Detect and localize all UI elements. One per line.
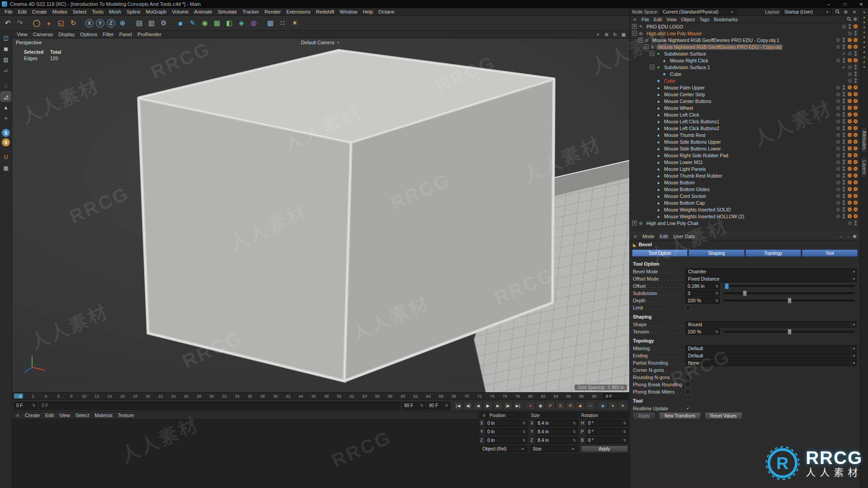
maximize-button[interactable]: □: [838, 0, 852, 8]
render-settings-icon[interactable]: ⚙: [158, 17, 170, 29]
search-icon[interactable]: [834, 9, 840, 15]
object-name[interactable]: Mouse Weights Inserted HOLLOW (2): [663, 214, 745, 219]
texture-tag-icon[interactable]: [853, 173, 858, 178]
object-name[interactable]: Mouse Thumb Rest Rubber: [663, 173, 724, 178]
object-name[interactable]: High and Low Poly Chair: [645, 221, 700, 226]
texture-tag-icon[interactable]: [853, 166, 858, 171]
bookmark-triangle-icon[interactable]: ▲: [863, 40, 866, 43]
layer-toggle[interactable]: [848, 72, 852, 76]
texture-tag-icon[interactable]: [853, 99, 858, 103]
object-row[interactable]: ▲Mouse Left Click: [630, 111, 860, 118]
section-title-topology[interactable]: Topology: [633, 338, 857, 343]
object-name[interactable]: Mouse Left Click Buttons2: [663, 126, 721, 131]
layer-toggle[interactable]: [836, 207, 840, 212]
visibility-dots[interactable]: [843, 214, 845, 219]
am-menu-icon[interactable]: ≡: [632, 234, 639, 239]
visibility-dots[interactable]: [843, 180, 845, 185]
coord-menu-icon[interactable]: ≡: [481, 413, 488, 418]
object-row[interactable]: ▲Mouse Light Panels: [630, 165, 860, 172]
texture-tag-icon[interactable]: [853, 105, 858, 110]
enabled-check-icon[interactable]: ✓: [842, 52, 845, 56]
attr-field-offset[interactable]: 0.186 in⇅: [685, 283, 720, 289]
layer-toggle[interactable]: [836, 146, 840, 151]
bookmark-triangle-icon[interactable]: ▲: [863, 50, 866, 53]
visibility-dots[interactable]: [854, 51, 857, 56]
texture-tag-icon[interactable]: [853, 112, 858, 117]
layer-toggle[interactable]: [836, 58, 840, 63]
object-name[interactable]: Mouse Cord Socket: [663, 193, 707, 199]
texture-tag-icon[interactable]: [853, 44, 858, 49]
om-menu-item-view[interactable]: View: [664, 17, 679, 22]
object-row[interactable]: ▲Mouse Bottom Cap: [630, 199, 860, 206]
object-name[interactable]: Subdivision Surface.1: [663, 65, 712, 70]
record-scale-button[interactable]: S: [556, 401, 565, 410]
visibility-dots[interactable]: [843, 146, 845, 151]
axis-x-lock[interactable]: X: [85, 19, 94, 28]
object-name[interactable]: Mouse Bottom Glides: [663, 187, 711, 192]
layer-toggle[interactable]: [836, 174, 840, 178]
texture-tag-icon[interactable]: [847, 92, 852, 97]
expand-toggle-icon[interactable]: +: [632, 221, 637, 225]
panel-tab-attributes[interactable]: Attributes: [861, 127, 868, 153]
minimize-button[interactable]: –: [822, 0, 835, 8]
object-row[interactable]: ▲Mouse Weights Inserted SOLID: [630, 206, 860, 213]
texture-tag-icon[interactable]: [847, 119, 852, 124]
attr-dropdown-offset-mode[interactable]: Fixed Distance▾: [685, 276, 857, 282]
workplane-snap-icon[interactable]: ▦: [1, 163, 11, 173]
attr-dropdown-mitering[interactable]: Default▾: [685, 345, 857, 352]
spinner-icon[interactable]: ⇅: [715, 284, 718, 288]
record-keyframe-button[interactable]: ●: [526, 401, 535, 410]
spinner-icon[interactable]: ⇅: [715, 330, 718, 334]
menu-item-file[interactable]: File: [2, 9, 15, 14]
menu-item-redshift[interactable]: Redshift: [313, 9, 337, 14]
timeline-ruler[interactable]: 0246810121416182022242628303234363840424…: [12, 392, 629, 399]
reset-values-button[interactable]: Reset Values: [705, 412, 742, 419]
texture-tag-icon[interactable]: [847, 85, 852, 90]
pan-view-icon[interactable]: +: [594, 31, 602, 38]
texture-tag-icon[interactable]: [853, 126, 858, 131]
menu-item-simulate[interactable]: Simulate: [215, 9, 240, 14]
attr-tab-shaping[interactable]: Shaping: [689, 249, 744, 257]
attr-checkbox-limit[interactable]: [685, 305, 691, 310]
timeline-range-bar[interactable]: 0 F: [39, 402, 401, 410]
om-menu-item-object[interactable]: Object: [679, 17, 697, 22]
viewport-menu-item-options[interactable]: Options: [77, 32, 100, 37]
viewport-solo-single-icon[interactable]: S: [2, 138, 10, 146]
layer-toggle[interactable]: [836, 92, 840, 97]
goto-prev-frame-button[interactable]: ◀: [473, 401, 483, 410]
attr-dropdown-ending[interactable]: Default▾: [685, 352, 857, 359]
visibility-dots[interactable]: [843, 112, 845, 117]
object-row[interactable]: ▲Mouse Left Click Buttons2: [630, 125, 860, 131]
layer-toggle[interactable]: [842, 24, 846, 29]
goto-next-frame-button[interactable]: ▶: [493, 401, 503, 410]
texture-tag-icon[interactable]: [847, 160, 852, 164]
timeline-options-button[interactable]: ▾: [618, 401, 627, 410]
record-parameter-button[interactable]: ◆: [576, 401, 585, 410]
texture-tag-icon[interactable]: [847, 132, 852, 137]
texture-tag-icon[interactable]: [847, 153, 852, 158]
visibility-dots[interactable]: [843, 85, 845, 90]
attr-dropdown-bevel-mode[interactable]: Chamfer▾: [685, 268, 857, 275]
light-icon[interactable]: ☀: [289, 17, 301, 29]
coord-field-size-x[interactable]: 8.4 in⇅: [536, 420, 577, 427]
attr-dropdown-partial-rounding[interactable]: None▾: [685, 360, 857, 366]
layer-toggle[interactable]: [836, 38, 840, 42]
layer-toggle[interactable]: [836, 201, 840, 205]
object-name[interactable]: Cube: [663, 78, 677, 84]
visibility-dots[interactable]: [854, 65, 857, 70]
texture-tag-icon[interactable]: [847, 193, 852, 198]
object-row[interactable]: ▲Mouse Thumb Rest: [630, 131, 860, 138]
object-row[interactable]: ▲Mouse Thumb Rest Rubber: [630, 172, 860, 179]
attr-checkbox-realtime-update[interactable]: ✓: [685, 406, 691, 411]
texture-tag-icon[interactable]: [847, 166, 852, 171]
texture-tag-icon[interactable]: [853, 85, 858, 90]
object-row[interactable]: ▲Mouse Cord Socket: [630, 192, 860, 199]
texture-tag-icon[interactable]: [853, 92, 858, 97]
texture-tag-icon[interactable]: [853, 38, 858, 42]
record-rotation-button[interactable]: R: [566, 401, 575, 410]
om-menu-item-file[interactable]: File: [639, 17, 651, 22]
bookmark-triangle-icon[interactable]: ▲: [863, 10, 866, 14]
object-row[interactable]: −●Subdivision Surface.1✓: [630, 64, 860, 70]
spinner-icon[interactable]: ⇅: [32, 404, 35, 408]
am-menu-item-edit[interactable]: Edit: [657, 234, 670, 239]
